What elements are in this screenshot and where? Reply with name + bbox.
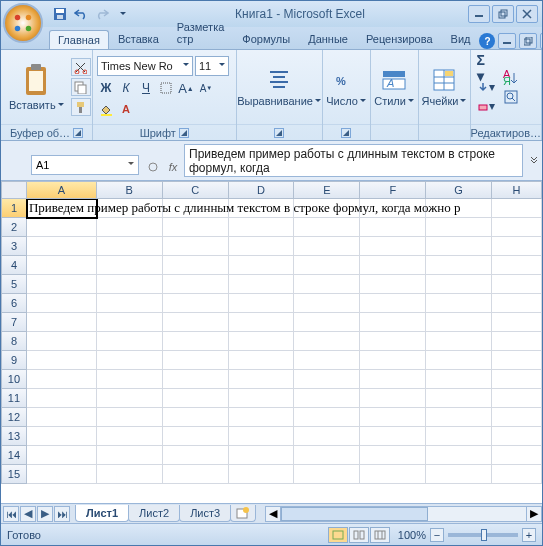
- worksheet-grid[interactable]: ABCDEFGH 1Приведем пример работы с длинн…: [1, 181, 542, 503]
- cell[interactable]: [27, 408, 97, 427]
- row-header[interactable]: 6: [1, 294, 27, 313]
- font-launcher[interactable]: [179, 128, 189, 138]
- minimize-button[interactable]: [468, 5, 490, 23]
- undo-icon[interactable]: [72, 5, 90, 23]
- cell[interactable]: [97, 389, 163, 408]
- expand-formula-bar[interactable]: [526, 141, 542, 180]
- doc-minimize-button[interactable]: [498, 33, 516, 49]
- cell[interactable]: [294, 351, 360, 370]
- cell[interactable]: [229, 351, 295, 370]
- page-break-view-button[interactable]: [370, 527, 390, 543]
- fill-color-button[interactable]: [97, 100, 115, 118]
- close-button[interactable]: [516, 5, 538, 23]
- column-header[interactable]: G: [426, 181, 492, 199]
- tab-insert[interactable]: Вставка: [109, 29, 168, 49]
- italic-button[interactable]: К: [117, 79, 135, 97]
- cell[interactable]: [360, 427, 426, 446]
- clear-button[interactable]: ▾: [477, 97, 495, 115]
- number-launcher[interactable]: [341, 128, 351, 138]
- new-sheet-button[interactable]: [230, 505, 256, 522]
- tab-data[interactable]: Данные: [299, 29, 357, 49]
- copy-button[interactable]: [71, 78, 91, 96]
- paste-button[interactable]: Вставить: [5, 61, 68, 113]
- sheet-tab[interactable]: Лист1: [75, 505, 129, 522]
- styles-button[interactable]: A Стили: [370, 65, 418, 109]
- font-size-combo[interactable]: 11: [195, 56, 229, 76]
- cell[interactable]: [294, 275, 360, 294]
- cell[interactable]: [360, 237, 426, 256]
- cell[interactable]: [492, 218, 542, 237]
- cell[interactable]: [360, 446, 426, 465]
- cell[interactable]: [229, 237, 295, 256]
- cell[interactable]: [97, 446, 163, 465]
- format-painter-button[interactable]: [71, 98, 91, 116]
- cell[interactable]: [163, 275, 229, 294]
- cell[interactable]: [163, 237, 229, 256]
- cell[interactable]: [360, 294, 426, 313]
- cell[interactable]: [360, 389, 426, 408]
- cell[interactable]: [97, 294, 163, 313]
- cell[interactable]: [360, 465, 426, 484]
- zoom-out-button[interactable]: −: [430, 528, 444, 542]
- cell[interactable]: [294, 370, 360, 389]
- cell[interactable]: [426, 218, 492, 237]
- row-header[interactable]: 8: [1, 332, 27, 351]
- sheet-tab[interactable]: Лист3: [179, 505, 231, 522]
- bold-button[interactable]: Ж: [97, 79, 115, 97]
- cell[interactable]: [426, 294, 492, 313]
- cell[interactable]: [163, 427, 229, 446]
- cell[interactable]: [163, 332, 229, 351]
- cell[interactable]: [229, 313, 295, 332]
- cells-button[interactable]: Ячейки: [418, 65, 471, 109]
- cell[interactable]: [426, 256, 492, 275]
- cell[interactable]: [229, 275, 295, 294]
- zoom-in-button[interactable]: +: [522, 528, 536, 542]
- alignment-launcher[interactable]: [274, 128, 284, 138]
- cell[interactable]: [360, 370, 426, 389]
- cell[interactable]: [229, 370, 295, 389]
- cell[interactable]: [360, 256, 426, 275]
- cell[interactable]: [229, 256, 295, 275]
- tab-formulas[interactable]: Формулы: [233, 29, 299, 49]
- cell[interactable]: [426, 332, 492, 351]
- fill-button[interactable]: ▾: [477, 78, 495, 96]
- cell[interactable]: [294, 465, 360, 484]
- cell[interactable]: [97, 427, 163, 446]
- tab-view[interactable]: Вид: [442, 29, 480, 49]
- row-header[interactable]: 15: [1, 465, 27, 484]
- cell[interactable]: [426, 389, 492, 408]
- cell[interactable]: [492, 313, 542, 332]
- cell[interactable]: [492, 332, 542, 351]
- office-button[interactable]: [3, 3, 43, 43]
- cell[interactable]: [163, 370, 229, 389]
- cell[interactable]: [294, 237, 360, 256]
- font-color-button[interactable]: A: [117, 100, 135, 118]
- column-header[interactable]: B: [97, 181, 163, 199]
- cell[interactable]: [492, 294, 542, 313]
- cell[interactable]: [97, 313, 163, 332]
- redo-icon[interactable]: [93, 5, 111, 23]
- column-header[interactable]: A: [27, 181, 97, 199]
- cell[interactable]: [27, 446, 97, 465]
- column-header[interactable]: F: [360, 181, 426, 199]
- row-header[interactable]: 1: [1, 199, 27, 218]
- cell[interactable]: [229, 218, 295, 237]
- cell[interactable]: [229, 446, 295, 465]
- underline-button[interactable]: Ч: [137, 79, 155, 97]
- cell[interactable]: [426, 370, 492, 389]
- cell[interactable]: Приведем пример работы с длинным текстом…: [27, 199, 97, 218]
- cell[interactable]: [163, 218, 229, 237]
- grow-font-button[interactable]: A▲: [177, 79, 195, 97]
- cell[interactable]: [294, 313, 360, 332]
- column-header[interactable]: H: [492, 181, 542, 199]
- cell[interactable]: [426, 351, 492, 370]
- autosum-button[interactable]: Σ ▾: [477, 59, 495, 77]
- cell[interactable]: [426, 465, 492, 484]
- tab-layout[interactable]: Разметка стр: [168, 17, 234, 49]
- row-header[interactable]: 4: [1, 256, 27, 275]
- cell[interactable]: [294, 294, 360, 313]
- cell[interactable]: [294, 256, 360, 275]
- column-header[interactable]: E: [294, 181, 360, 199]
- cell[interactable]: [163, 313, 229, 332]
- first-sheet-button[interactable]: ⏮: [3, 506, 19, 522]
